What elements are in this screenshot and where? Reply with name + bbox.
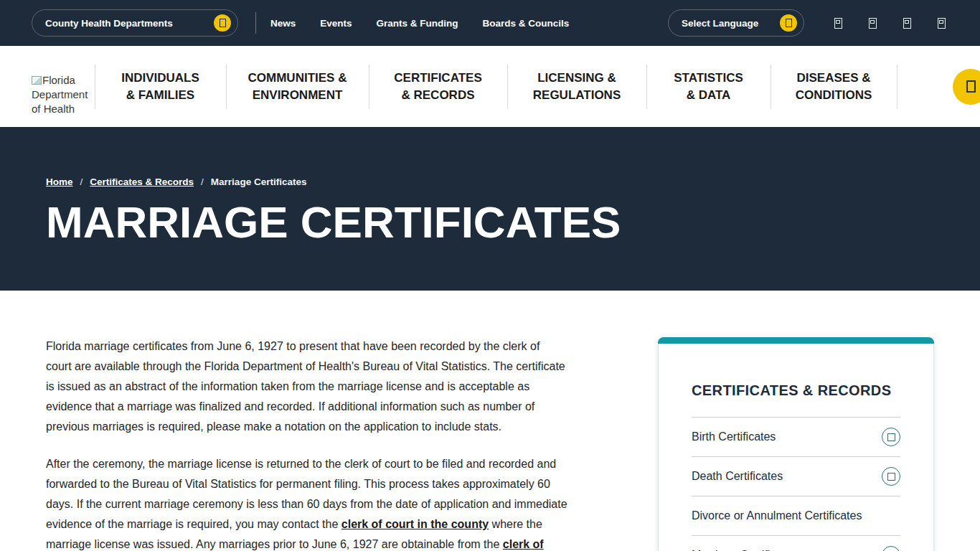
expand-circle-icon[interactable]	[882, 546, 900, 551]
breadcrumb-separator: /	[80, 176, 83, 187]
sidebar-item-divorce-annulment-certificates[interactable]: Divorce or Annulment Certificates	[692, 496, 900, 535]
nav-item-label: DISEASES & CONDITIONS	[790, 70, 877, 104]
page-title: MARRIAGE CERTIFICATES	[46, 197, 980, 248]
nav-item-label: STATISTICS & DATA	[669, 70, 748, 104]
boards-councils-link[interactable]: Boards & Councils	[483, 18, 570, 29]
paragraph-1: Florida marriage certificates from June …	[46, 336, 567, 437]
clerk-of-court-county-link[interactable]: clerk of court in the county	[341, 518, 489, 530]
breadcrumb-separator: /	[201, 176, 204, 187]
sidebar-item-death-certificates[interactable]: Death Certificates	[692, 456, 900, 496]
social-icon-3[interactable]	[903, 18, 911, 29]
nav-item-label: CERTIFICATES & RECORDS	[390, 70, 486, 104]
nav-search-zone	[897, 46, 980, 127]
paragraph-2: After the ceremony, the marriage license…	[46, 454, 567, 551]
broken-image-icon	[32, 76, 42, 85]
certificate-links-list: Birth Certificates Death Certificates Di…	[692, 417, 900, 551]
select-language-button[interactable]: Select Language	[668, 9, 804, 37]
sidebar-item-marriage-certificates[interactable]: Marriage Certificates	[692, 535, 900, 551]
card-accent-bar	[658, 337, 934, 344]
sidebar-item-label: Divorce or Annulment Certificates	[692, 509, 862, 522]
sidebar-item-label: Death Certificates	[692, 470, 783, 483]
language-toggle-icon	[780, 14, 797, 32]
expand-circle-icon[interactable]	[882, 428, 900, 446]
sidebar-item-birth-certificates[interactable]: Birth Certificates	[692, 417, 900, 456]
nav-item-statistics-data[interactable]: STATISTICS & DATA	[646, 46, 771, 127]
county-health-departments-button[interactable]: County Health Departments	[32, 9, 238, 37]
card-title: CERTIFICATES & RECORDS	[692, 381, 900, 400]
nav-item-licensing-regulations[interactable]: LICENSING & REGULATIONS	[507, 46, 646, 127]
sidebar-item-label: Birth Certificates	[692, 430, 776, 443]
events-link[interactable]: Events	[320, 18, 352, 29]
nav-item-label: LICENSING & REGULATIONS	[529, 70, 624, 104]
breadcrumb-current-page: Marriage Certificates	[211, 176, 307, 187]
social-icon-4[interactable]	[938, 18, 946, 29]
article-text: Florida marriage certificates from June …	[46, 336, 567, 551]
search-button[interactable]	[953, 69, 980, 105]
top-utility-bar: County Health Departments News Events Gr…	[0, 0, 980, 46]
topbar-divider	[255, 12, 256, 34]
nav-item-certificates-records[interactable]: CERTIFICATES & RECORDS	[369, 46, 507, 127]
news-link[interactable]: News	[270, 18, 296, 29]
missing-glyph-icon	[786, 19, 792, 27]
social-icon-1[interactable]	[834, 18, 842, 29]
nav-item-communities-environment[interactable]: COMMUNITIES & ENVIRONMENT	[226, 46, 369, 127]
search-icon	[966, 80, 976, 93]
nav-item-diseases-conditions[interactable]: DISEASES & CONDITIONS	[771, 46, 897, 127]
select-language-label: Select Language	[682, 18, 758, 29]
florida-doh-logo: Florida Department of Health	[32, 73, 95, 116]
grants-funding-link[interactable]: Grants & Funding	[377, 18, 458, 29]
page: County Health Departments News Events Gr…	[0, 0, 980, 551]
topbar-links: News Events Grants & Funding Boards & Co…	[270, 18, 569, 29]
certificates-records-card: CERTIFICATES & RECORDS Birth Certificate…	[658, 337, 934, 551]
missing-glyph-icon	[887, 473, 895, 481]
nav-item-individuals-families[interactable]: INDIVIDUALS & FAMILIES	[95, 46, 226, 127]
breadcrumb-home-link[interactable]: Home	[46, 176, 73, 187]
county-health-departments-label: County Health Departments	[45, 18, 173, 29]
missing-glyph-icon	[220, 19, 226, 27]
breadcrumb: Home / Certificates & Records / Marriage…	[46, 176, 980, 187]
page-content: Florida marriage certificates from June …	[0, 291, 980, 551]
social-icon-2[interactable]	[869, 18, 877, 29]
clerk-of-court-link[interactable]: clerk of	[503, 538, 544, 550]
breadcrumb-certificates-records-link[interactable]: Certificates & Records	[90, 176, 194, 187]
nav-item-label: COMMUNITIES & ENVIRONMENT	[248, 70, 348, 104]
logo-zone[interactable]: Florida Department of Health	[0, 46, 95, 127]
missing-glyph-icon	[887, 433, 895, 441]
hero-banner: Home / Certificates & Records / Marriage…	[0, 127, 980, 291]
dropdown-toggle-icon	[214, 14, 231, 32]
main-navigation: Florida Department of Health INDIVIDUALS…	[0, 46, 980, 127]
expand-circle-icon[interactable]	[882, 467, 900, 486]
nav-item-label: INDIVIDUALS & FAMILIES	[118, 70, 204, 104]
social-links	[834, 18, 946, 29]
